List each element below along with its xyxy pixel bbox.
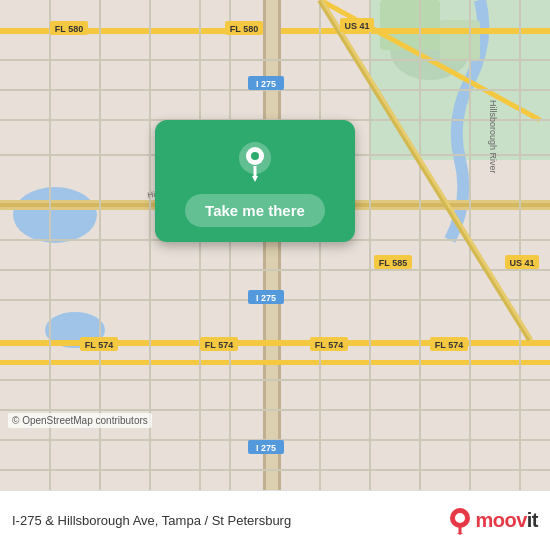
svg-marker-68 [252, 176, 258, 182]
moovit-pin-icon [449, 507, 471, 535]
copyright-text: © OpenStreetMap contributors [8, 413, 152, 428]
svg-point-71 [455, 513, 465, 523]
svg-text:FL 574: FL 574 [85, 340, 113, 350]
moovit-brand: moovit [475, 509, 538, 532]
svg-text:Hillsborough River: Hillsborough River [488, 100, 498, 174]
moovit-logo: moovit [449, 507, 538, 535]
svg-text:I 275: I 275 [256, 79, 276, 89]
svg-text:I 275: I 275 [256, 443, 276, 453]
svg-rect-6 [440, 20, 480, 60]
svg-text:FL 574: FL 574 [315, 340, 343, 350]
svg-text:FL 580: FL 580 [230, 24, 258, 34]
svg-text:US 41: US 41 [344, 21, 369, 31]
svg-text:FL 585: FL 585 [379, 258, 407, 268]
svg-text:FL 580: FL 580 [55, 24, 83, 34]
svg-marker-70 [457, 533, 463, 535]
take-me-there-button[interactable]: Take me there [185, 194, 325, 227]
svg-text:I 275: I 275 [256, 293, 276, 303]
location-card: Take me there [155, 120, 355, 242]
svg-rect-11 [266, 0, 278, 490]
svg-point-3 [13, 187, 97, 243]
footer-location-text: I-275 & Hillsborough Ave, Tampa / St Pet… [12, 513, 291, 528]
svg-text:FL 574: FL 574 [205, 340, 233, 350]
footer-bar: I-275 & Hillsborough Ave, Tampa / St Pet… [0, 490, 550, 550]
location-pin-icon [233, 140, 277, 184]
svg-text:US 41: US 41 [509, 258, 534, 268]
svg-point-67 [251, 152, 259, 160]
svg-rect-5 [380, 0, 440, 50]
map-view: FL 580 FL 580 US 41 US 41 I 275 I 275 I … [0, 0, 550, 490]
svg-rect-13 [0, 360, 550, 365]
svg-text:FL 574: FL 574 [435, 340, 463, 350]
